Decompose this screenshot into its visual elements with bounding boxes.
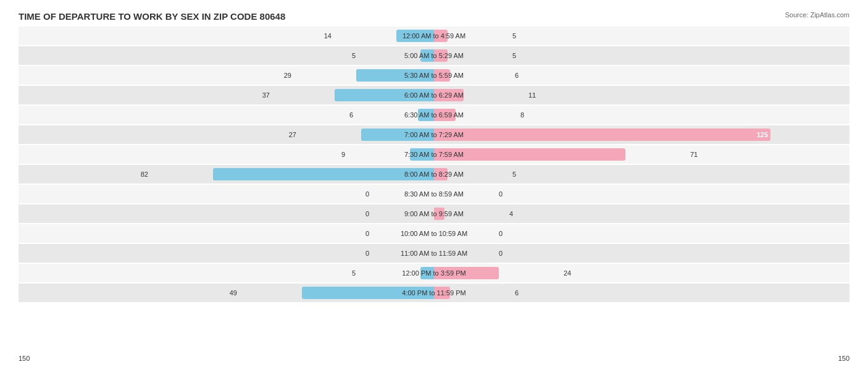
- table-row: 8:30 AM to 8:59 AM00: [19, 185, 849, 203]
- table-row: 4:00 PM to 11:59 PM496: [19, 284, 849, 302]
- female-value: 6: [515, 72, 519, 79]
- female-value: 5: [512, 52, 516, 59]
- table-row: 6:30 AM to 6:59 AM68: [19, 106, 849, 124]
- chart-title: TIME OF DEPARTURE TO WORK BY SEX IN ZIP …: [19, 11, 849, 22]
- male-value: 5: [352, 269, 356, 277]
- table-row: 5:30 AM to 5:59 AM296: [19, 66, 849, 85]
- male-value: 0: [365, 230, 369, 237]
- axis-right: 150: [838, 355, 849, 362]
- male-bar: [418, 109, 434, 121]
- female-bar: [434, 30, 448, 42]
- male-value: 0: [365, 250, 369, 257]
- male-value: 9: [341, 151, 345, 158]
- chart-container: TIME OF DEPARTURE TO WORK BY SEX IN ZIP …: [0, 0, 868, 367]
- female-bar: [434, 49, 448, 62]
- male-value: 37: [262, 91, 270, 99]
- female-bar: [434, 69, 450, 82]
- axis-left: 150: [19, 355, 30, 362]
- male-value: 6: [349, 111, 353, 119]
- chart-area: 12:00 AM to 4:59 AM1455:00 AM to 5:29 AM…: [19, 27, 849, 314]
- male-bar: [420, 49, 434, 62]
- table-row: 9:00 AM to 9:59 AM04: [19, 205, 849, 223]
- source-text: Source: ZipAtlas.com: [785, 11, 849, 19]
- table-row: 7:30 AM to 7:59 AM971: [19, 145, 849, 164]
- table-row: 5:00 AM to 5:29 AM55: [19, 46, 849, 65]
- male-bar: [420, 267, 434, 279]
- male-value: 0: [365, 190, 369, 198]
- male-value: 29: [284, 72, 291, 79]
- female-value: 11: [528, 91, 536, 99]
- male-value: 49: [230, 289, 237, 297]
- male-bar: [302, 287, 434, 299]
- table-row: 11:00 AM to 11:59 AM00: [19, 244, 849, 263]
- male-value: 0: [365, 210, 369, 217]
- female-bar: [434, 168, 448, 180]
- bar-value-inside: 125: [757, 131, 768, 138]
- female-value: 0: [499, 230, 503, 237]
- female-value: 8: [520, 111, 524, 119]
- female-value: 5: [512, 171, 516, 178]
- female-value: 24: [564, 269, 571, 277]
- female-bar: [434, 287, 450, 299]
- table-row: 6:00 AM to 6:29 AM3711: [19, 86, 849, 104]
- female-value: 71: [690, 151, 698, 158]
- male-value: 82: [141, 171, 148, 178]
- female-value: 4: [509, 210, 513, 217]
- table-row: 12:00 PM to 3:59 PM524: [19, 264, 849, 282]
- male-bar: [213, 168, 434, 180]
- row-label: 11:00 AM to 11:59 AM: [401, 250, 467, 257]
- male-bar: [335, 89, 434, 101]
- male-value: 27: [289, 131, 296, 138]
- female-bar: [434, 89, 464, 101]
- female-value: 0: [499, 190, 503, 198]
- female-bar: [434, 267, 499, 279]
- female-bar: [434, 109, 456, 121]
- female-bar: [434, 148, 625, 161]
- table-row: 10:00 AM to 10:59 AM00: [19, 224, 849, 243]
- female-bar: 125: [434, 129, 770, 141]
- male-bar: [410, 148, 434, 161]
- male-bar: [361, 129, 434, 141]
- female-value: 6: [515, 289, 519, 297]
- table-row: 1257:00 AM to 7:29 AM27: [19, 125, 849, 144]
- female-value: 0: [499, 250, 503, 257]
- female-value: 5: [512, 32, 516, 40]
- table-row: 12:00 AM to 4:59 AM145: [19, 27, 849, 45]
- row-label: 10:00 AM to 10:59 AM: [401, 230, 467, 237]
- male-bar: [356, 69, 434, 82]
- male-value: 5: [352, 52, 356, 59]
- row-label: 8:30 AM to 8:59 AM: [404, 190, 464, 198]
- male-bar: [396, 30, 434, 42]
- table-row: 8:00 AM to 8:29 AM825: [19, 165, 849, 184]
- male-value: 14: [324, 32, 332, 40]
- female-bar: [434, 208, 444, 220]
